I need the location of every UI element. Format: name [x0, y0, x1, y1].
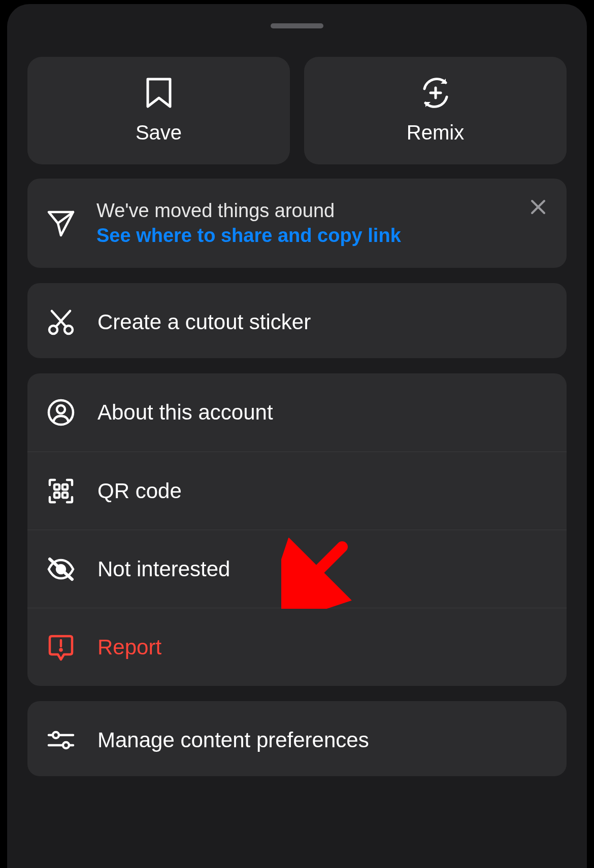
save-button[interactable]: Save [27, 57, 290, 164]
not-interested-item[interactable]: Not interested [27, 530, 567, 608]
qr-label: QR code [97, 479, 182, 503]
sliders-icon [46, 728, 76, 752]
cutout-label: Create a cutout sticker [97, 310, 311, 334]
report-item[interactable]: Report [27, 608, 567, 686]
not-interested-label: Not interested [97, 557, 230, 581]
eye-slash-icon [46, 556, 76, 582]
svg-point-10 [57, 405, 65, 413]
remix-button[interactable]: Remix [304, 57, 567, 164]
create-cutout-item[interactable]: Create a cutout sticker [27, 283, 567, 358]
about-label: About this account [97, 400, 273, 425]
manage-prefs-label: Manage content preferences [97, 728, 369, 752]
sheet-grabber[interactable] [271, 23, 323, 28]
svg-rect-14 [62, 493, 68, 498]
banner-text: We've moved things around See where to s… [96, 200, 401, 247]
manage-prefs-item[interactable]: Manage content preferences [27, 701, 567, 776]
remix-label: Remix [407, 121, 464, 144]
person-circle-icon [46, 398, 76, 427]
scissors-icon [46, 308, 76, 336]
svg-rect-12 [62, 484, 68, 490]
cutout-group: Create a cutout sticker [27, 283, 567, 358]
svg-rect-13 [54, 493, 59, 498]
qr-code-item[interactable]: QR code [27, 452, 567, 530]
svg-rect-11 [54, 484, 59, 490]
banner-link[interactable]: See where to share and copy link [96, 225, 401, 247]
close-icon[interactable] [530, 199, 546, 217]
send-icon [46, 209, 76, 237]
qr-code-icon [46, 477, 76, 505]
manage-prefs-group: Manage content preferences [27, 701, 567, 776]
report-label: Report [97, 635, 161, 659]
about-account-item[interactable]: About this account [27, 373, 567, 452]
svg-point-20 [53, 732, 59, 738]
bookmark-icon [144, 78, 174, 108]
primary-actions-row: Save Remix [27, 57, 567, 164]
remix-icon [420, 78, 451, 108]
main-menu-group: About this account QR code [27, 373, 567, 686]
svg-point-22 [63, 742, 69, 748]
report-icon [46, 633, 76, 662]
save-label: Save [136, 121, 182, 144]
action-sheet: Save Remix We've m [7, 4, 587, 868]
share-info-banner[interactable]: We've moved things around See where to s… [27, 179, 567, 268]
banner-line1: We've moved things around [96, 200, 401, 222]
svg-point-18 [60, 649, 62, 650]
